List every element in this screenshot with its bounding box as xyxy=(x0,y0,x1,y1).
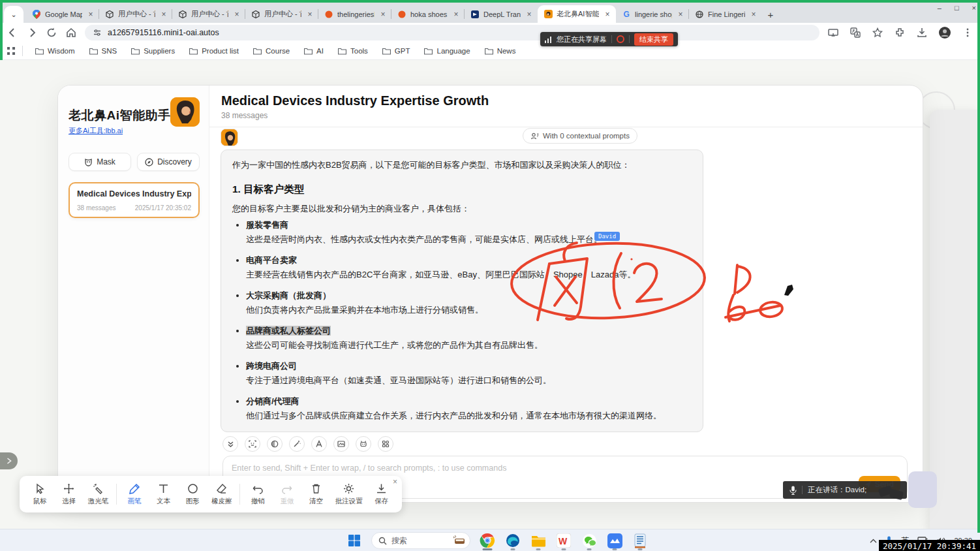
tab-close-icon[interactable]: × xyxy=(676,10,685,19)
more-tools-link[interactable]: 更多Ai工具:lbb.ai xyxy=(69,126,123,136)
tab-close-icon[interactable]: × xyxy=(86,10,95,19)
mask-face-button[interactable] xyxy=(245,436,260,452)
bookmark-folder[interactable]: Course xyxy=(247,45,296,57)
home-icon[interactable] xyxy=(65,27,77,39)
tab-close-icon[interactable]: × xyxy=(749,10,758,19)
background-window-edge xyxy=(930,110,980,533)
tool-save[interactable]: 保存 xyxy=(367,482,395,506)
chat-list-item-selected[interactable]: Medical Devices Industry Exp... 38 messa… xyxy=(69,182,200,218)
new-tab-button[interactable]: + xyxy=(762,6,779,23)
robot-button[interactable] xyxy=(356,436,371,452)
taskbar-blue-app[interactable] xyxy=(606,532,623,549)
profile-avatar[interactable] xyxy=(938,26,951,39)
browser-tab[interactable]: thelingerieshop × xyxy=(318,5,391,23)
discovery-button[interactable]: Discovery xyxy=(137,153,200,171)
redo-icon xyxy=(281,482,293,495)
bookmark-folder[interactable]: News xyxy=(479,45,522,57)
menu-kebab-icon[interactable] xyxy=(962,27,973,39)
image-button[interactable] xyxy=(333,436,349,452)
tab-close-icon[interactable]: × xyxy=(603,10,612,19)
tool-eraser[interactable]: 橡皮擦 xyxy=(207,482,236,506)
tool-label: 重做 xyxy=(280,497,294,506)
tool-label: 文本 xyxy=(157,497,170,506)
tray-chevron-icon[interactable] xyxy=(870,539,877,543)
browser-tab[interactable]: Google Maps × xyxy=(26,5,99,23)
browser-tab[interactable]: 用户中心 - 首页 × xyxy=(245,5,318,23)
bookmark-folder[interactable]: Tools xyxy=(332,45,374,57)
bookmark-folder[interactable]: SNS xyxy=(84,45,123,57)
panel-expand-handle[interactable] xyxy=(0,452,18,469)
mask-button[interactable]: Mask xyxy=(69,153,131,171)
taskbar-explorer[interactable] xyxy=(530,532,547,549)
bookmark-folder[interactable]: Wisdom xyxy=(29,45,81,57)
scroll-to-bottom-button[interactable] xyxy=(222,436,238,452)
tool-clear[interactable]: 清空 xyxy=(302,482,330,506)
contextual-prompts-button[interactable]: With 0 contextual prompts xyxy=(523,128,637,144)
tab-close-icon[interactable]: × xyxy=(378,10,388,19)
taskbar-notes[interactable] xyxy=(632,532,649,549)
browser-tab[interactable]: G lingerie shop - G × xyxy=(616,5,689,23)
taskbar-wechat[interactable] xyxy=(581,532,598,549)
prompt-wand-button[interactable] xyxy=(289,436,305,452)
chat-item-count: 38 messages xyxy=(77,204,115,212)
tool-mouse[interactable]: 鼠标 xyxy=(26,482,54,506)
cast-icon[interactable] xyxy=(827,27,839,39)
browser-tab[interactable]: Fine Lingerie, Sle × xyxy=(689,5,762,23)
bookmark-folder[interactable]: Language xyxy=(418,45,476,57)
tool-pen-active[interactable]: 画笔 xyxy=(121,482,149,506)
taskbar-search[interactable]: 搜索 xyxy=(371,532,470,549)
stop-share-button[interactable]: 结束共享 xyxy=(634,33,673,46)
bookmark-folder[interactable]: Suppliers xyxy=(125,45,181,57)
forward-icon[interactable] xyxy=(26,27,38,39)
toolbar-close-icon[interactable]: × xyxy=(393,478,397,486)
plugins-grid-button[interactable] xyxy=(378,436,393,452)
bookmark-star-icon[interactable] xyxy=(872,27,883,39)
search-highlight-image[interactable] xyxy=(452,535,467,546)
taskbar-wps[interactable]: W xyxy=(555,532,572,549)
bookmark-folder[interactable]: AI xyxy=(298,45,329,57)
bookmark-folder[interactable]: GPT xyxy=(376,45,416,57)
chat-title[interactable]: Medical Devices Industry Expertise Growt… xyxy=(221,93,911,108)
translate-icon[interactable] xyxy=(850,27,861,39)
list-item: 服装零售商这些是经营时尚内衣、性感内衣或女性内衣类产品的零售商，可能是实体店、网… xyxy=(246,219,692,245)
tool-laser[interactable]: 激光笔 xyxy=(84,482,112,506)
undo-icon xyxy=(252,482,264,495)
tool-select[interactable]: 选择 xyxy=(55,482,84,506)
tool-undo[interactable]: 撤销 xyxy=(244,482,272,506)
tab-search-button[interactable]: ⌄ xyxy=(4,6,23,23)
taskbar-chrome[interactable] xyxy=(479,532,496,549)
browser-tab[interactable]: 用户中心 - 首页 × xyxy=(172,5,245,23)
sidebar: 老北鼻Ai智能助手 更多Ai工具:lbb.ai Mask Discovery M… xyxy=(58,86,209,502)
apps-grid-icon[interactable] xyxy=(7,46,16,55)
tool-text[interactable]: 文本 xyxy=(149,482,177,506)
tool-shape[interactable]: 图形 xyxy=(179,482,207,506)
start-button[interactable] xyxy=(346,532,363,549)
close-window-button[interactable]: × xyxy=(972,4,976,12)
folder-icon xyxy=(424,48,433,55)
site-info-icon[interactable] xyxy=(93,28,102,37)
minimize-button[interactable]: – xyxy=(938,4,942,12)
browser-tab-active[interactable]: 老北鼻AI智能助手 × xyxy=(538,5,616,23)
back-icon[interactable] xyxy=(7,27,18,39)
address-bar[interactable]: a12657915116.mini1-oai.autos xyxy=(85,25,819,40)
font-size-button[interactable] xyxy=(311,436,327,452)
browser-tab[interactable]: hoka shoes: Ove × xyxy=(391,5,465,23)
theme-button[interactable] xyxy=(267,436,283,452)
tab-close-icon[interactable]: × xyxy=(159,10,168,19)
browser-tab[interactable]: DeepL Translate × xyxy=(465,5,538,23)
tab-close-icon[interactable]: × xyxy=(525,10,534,19)
reload-icon[interactable] xyxy=(46,27,57,39)
tab-close-icon[interactable]: × xyxy=(452,10,461,19)
tab-close-icon[interactable]: × xyxy=(305,10,314,19)
download-icon[interactable] xyxy=(916,27,928,39)
bookmark-folder[interactable]: Product list xyxy=(183,45,245,57)
wechat-icon xyxy=(582,533,597,548)
save-download-icon xyxy=(375,482,388,495)
shop-favicon xyxy=(397,10,406,19)
tool-settings[interactable]: 批注设置 xyxy=(331,482,367,506)
taskbar-edge[interactable] xyxy=(504,532,521,549)
maximize-button[interactable]: □ xyxy=(955,4,959,12)
browser-tab[interactable]: 用户中心 - 首页 × xyxy=(99,5,172,23)
extensions-icon[interactable] xyxy=(894,27,906,39)
tab-close-icon[interactable]: × xyxy=(232,10,241,19)
